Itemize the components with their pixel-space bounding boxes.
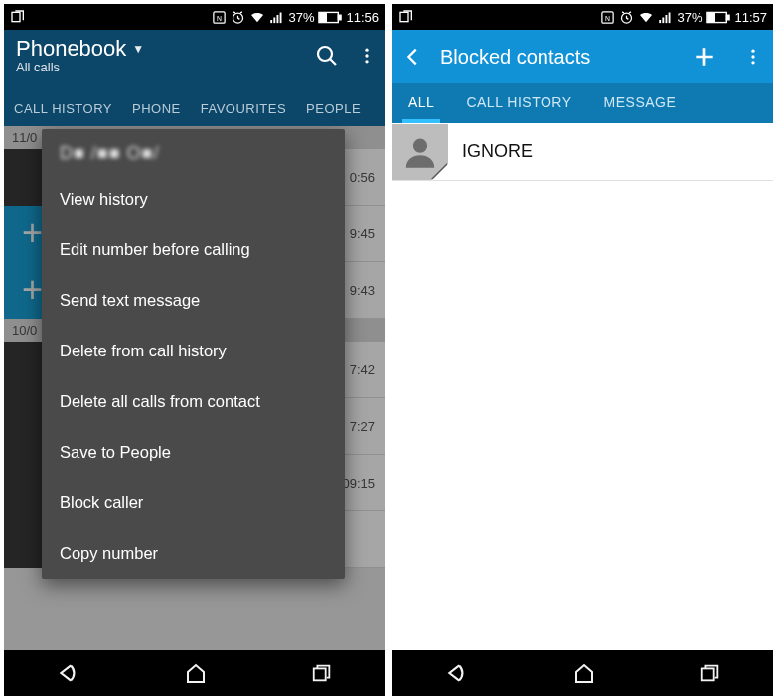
svg-point-28	[751, 55, 754, 58]
svg-text:N: N	[217, 14, 222, 21]
app-header: Phonebook ▼ All calls	[4, 30, 385, 91]
add-icon[interactable]	[692, 44, 717, 70]
status-bar: N 37% 11:57	[392, 4, 773, 30]
svg-rect-31	[702, 668, 714, 680]
battery-percent: 37%	[288, 10, 314, 25]
menu-item-block-caller[interactable]: Block caller	[42, 478, 345, 528]
svg-rect-9	[339, 15, 342, 20]
svg-point-11	[318, 47, 332, 61]
phone-screenshot-left: N 37% 11:56 Phonebook ▼ All calls CALL H…	[4, 4, 385, 696]
svg-rect-0	[12, 12, 20, 21]
menu-item-delete-all[interactable]: Delete all calls from contact	[42, 376, 345, 427]
alarm-icon	[619, 10, 634, 25]
overflow-menu-icon[interactable]	[357, 46, 377, 66]
tab-people[interactable]: PEOPLE	[296, 101, 371, 116]
battery-icon	[318, 11, 342, 24]
phone-screenshot-right: N 37% 11:57 Blocked contacts ALL CALL HI…	[392, 4, 773, 696]
recent-apps-button[interactable]	[699, 662, 721, 684]
multiwindow-icon	[398, 9, 414, 25]
system-nav-bar	[4, 650, 385, 696]
svg-rect-25	[727, 15, 730, 20]
home-button[interactable]	[572, 661, 596, 685]
tab-bar: ALL CALL HISTORY MESSAGE	[392, 83, 773, 123]
svg-point-13	[365, 54, 368, 57]
menu-item-view-history[interactable]: View history	[42, 174, 345, 224]
recent-apps-button[interactable]	[311, 662, 333, 684]
status-time: 11:57	[734, 10, 767, 25]
tab-call-history[interactable]: CALL HISTORY	[450, 83, 587, 123]
dropdown-icon[interactable]: ▼	[132, 42, 144, 56]
multiwindow-icon	[10, 9, 26, 25]
blocked-contact-row[interactable]: IGNORE	[392, 123, 773, 181]
system-nav-bar	[392, 650, 773, 696]
wifi-icon	[638, 9, 654, 25]
menu-item-edit-number[interactable]: Edit number before calling	[42, 224, 345, 275]
alarm-icon	[231, 10, 245, 25]
tab-bar: CALL HISTORY PHONE FAVOURITES PEOPLE	[4, 91, 385, 126]
svg-rect-15	[314, 668, 326, 680]
signal-icon	[658, 10, 673, 25]
status-time: 11:56	[346, 10, 379, 25]
context-menu-header: D■ /■■ O■/	[42, 129, 345, 174]
menu-item-send-text[interactable]: Send text message	[42, 275, 345, 326]
tab-all[interactable]: ALL	[392, 83, 450, 123]
search-icon[interactable]	[315, 44, 339, 68]
nfc-icon: N	[600, 10, 615, 25]
back-button[interactable]	[56, 660, 81, 686]
call-list: 11/0 0:56 +9:45 +9:43 10/0 7:42 7:27 ↗ M…	[4, 126, 385, 650]
overflow-menu-icon[interactable]	[743, 47, 763, 67]
app-header: Blocked contacts	[392, 30, 773, 83]
tab-phone[interactable]: PHONE	[122, 101, 191, 116]
header-title[interactable]: Phonebook	[16, 36, 126, 62]
blocked-list: IGNORE	[392, 123, 773, 650]
battery-percent: 37%	[677, 10, 702, 25]
svg-rect-21	[663, 17, 665, 23]
menu-item-copy-number[interactable]: Copy number	[42, 528, 345, 579]
svg-rect-16	[400, 12, 408, 21]
svg-rect-22	[666, 15, 668, 23]
avatar-placeholder	[392, 124, 448, 180]
svg-rect-20	[660, 20, 662, 23]
svg-point-14	[365, 60, 368, 63]
back-icon[interactable]	[402, 46, 424, 68]
status-bar: N 37% 11:56	[4, 4, 385, 30]
tab-favourites[interactable]: FAVOURITES	[191, 101, 296, 116]
svg-rect-5	[274, 17, 276, 23]
tab-message[interactable]: MESSAGE	[588, 83, 693, 123]
nfc-icon: N	[212, 10, 227, 25]
svg-rect-10	[320, 13, 326, 21]
blocked-contact-name: IGNORE	[448, 141, 533, 162]
battery-icon	[706, 11, 730, 24]
header-title: Blocked contacts	[440, 46, 676, 69]
svg-rect-26	[708, 13, 714, 21]
back-button[interactable]	[444, 660, 470, 686]
svg-rect-4	[271, 20, 273, 23]
menu-item-delete-history[interactable]: Delete from call history	[42, 326, 345, 376]
svg-point-27	[751, 50, 754, 53]
svg-point-30	[413, 138, 427, 152]
svg-rect-7	[280, 12, 282, 23]
wifi-icon	[249, 9, 265, 25]
home-button[interactable]	[184, 661, 208, 685]
context-menu: D■ /■■ O■/ View history Edit number befo…	[42, 129, 345, 579]
signal-icon	[269, 10, 284, 25]
menu-item-save-people[interactable]: Save to People	[42, 427, 345, 478]
svg-rect-23	[669, 12, 671, 23]
svg-text:N: N	[605, 14, 610, 21]
tab-call-history[interactable]: CALL HISTORY	[4, 101, 122, 116]
svg-point-29	[751, 61, 754, 64]
svg-point-12	[365, 49, 368, 52]
svg-rect-6	[277, 15, 279, 23]
